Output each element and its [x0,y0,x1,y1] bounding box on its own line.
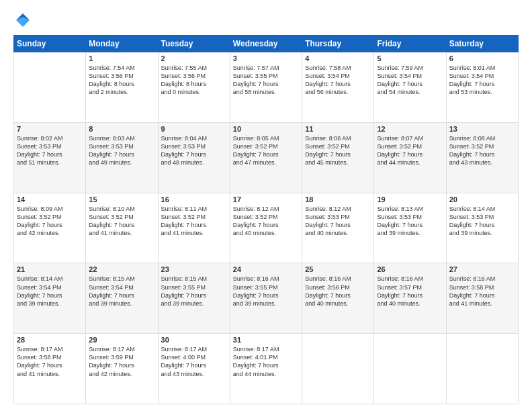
calendar-cell: 7Sunrise: 8:02 AMSunset: 3:53 PMDaylight… [14,122,86,193]
calendar-cell: 11Sunrise: 8:06 AMSunset: 3:52 PMDayligh… [302,122,374,193]
calendar-cell: 1Sunrise: 7:54 AMSunset: 3:56 PMDaylight… [86,52,158,123]
day-number: 27 [449,265,515,273]
calendar-cell: 6Sunrise: 8:01 AMSunset: 3:54 PMDaylight… [446,52,518,123]
day-header-friday: Friday [374,36,446,52]
calendar-cell: 25Sunrise: 8:16 AMSunset: 3:56 PMDayligh… [302,263,374,334]
day-info: Sunrise: 8:07 AMSunset: 3:52 PMDaylight:… [377,134,443,167]
calendar-cell [374,334,446,404]
calendar-cell [446,334,518,404]
day-number: 23 [161,265,227,273]
day-info: Sunrise: 8:13 AMSunset: 3:53 PMDaylight:… [377,205,443,238]
day-number: 20 [449,195,515,203]
calendar-cell: 8Sunrise: 8:03 AMSunset: 3:53 PMDaylight… [86,122,158,193]
day-number: 16 [161,195,227,203]
day-number: 19 [377,195,443,203]
calendar-cell: 10Sunrise: 8:05 AMSunset: 3:52 PMDayligh… [230,122,302,193]
day-number: 22 [89,265,154,273]
calendar-cell [302,334,374,404]
calendar-cell: 26Sunrise: 8:16 AMSunset: 3:57 PMDayligh… [374,263,446,334]
calendar-cell: 28Sunrise: 8:17 AMSunset: 3:58 PMDayligh… [14,334,86,404]
calendar-cell: 16Sunrise: 8:11 AMSunset: 3:52 PMDayligh… [158,193,230,263]
day-info: Sunrise: 8:11 AMSunset: 3:52 PMDaylight:… [161,205,227,238]
day-info: Sunrise: 8:08 AMSunset: 3:52 PMDaylight:… [449,134,515,167]
day-info: Sunrise: 8:09 AMSunset: 3:52 PMDaylight:… [17,205,83,238]
day-info: Sunrise: 8:06 AMSunset: 3:52 PMDaylight:… [305,134,371,167]
day-info: Sunrise: 7:59 AMSunset: 3:54 PMDaylight:… [377,64,443,97]
day-number: 3 [233,54,299,62]
day-info: Sunrise: 8:03 AMSunset: 3:53 PMDaylight:… [89,134,154,167]
calendar-cell: 24Sunrise: 8:16 AMSunset: 3:55 PMDayligh… [230,263,302,334]
calendar-cell: 4Sunrise: 7:58 AMSunset: 3:54 PMDaylight… [302,52,374,123]
day-header-monday: Monday [86,36,158,52]
week-row-5: 28Sunrise: 8:17 AMSunset: 3:58 PMDayligh… [14,334,519,404]
day-info: Sunrise: 8:16 AMSunset: 3:57 PMDaylight:… [377,275,443,308]
week-row-4: 21Sunrise: 8:14 AMSunset: 3:54 PMDayligh… [14,263,519,334]
day-info: Sunrise: 8:17 AMSunset: 3:58 PMDaylight:… [17,345,83,378]
day-header-saturday: Saturday [446,36,518,52]
day-info: Sunrise: 8:14 AMSunset: 3:54 PMDaylight:… [17,275,83,308]
day-number: 14 [17,195,83,203]
day-info: Sunrise: 7:54 AMSunset: 3:56 PMDaylight:… [89,64,154,97]
calendar-cell: 13Sunrise: 8:08 AMSunset: 3:52 PMDayligh… [446,122,518,193]
logo [13,11,35,30]
day-number: 29 [89,336,154,344]
day-number: 31 [233,336,299,344]
page: SundayMondayTuesdayWednesdayThursdayFrid… [0,0,532,411]
day-number: 1 [89,54,154,62]
day-number: 24 [233,265,299,273]
day-info: Sunrise: 8:12 AMSunset: 3:52 PMDaylight:… [233,205,299,238]
day-info: Sunrise: 8:16 AMSunset: 3:55 PMDaylight:… [233,275,299,308]
day-number: 28 [17,336,83,344]
week-row-1: 1Sunrise: 7:54 AMSunset: 3:56 PMDaylight… [14,52,519,123]
day-number: 17 [233,195,299,203]
day-info: Sunrise: 8:17 AMSunset: 3:59 PMDaylight:… [89,345,154,378]
calendar-cell: 21Sunrise: 8:14 AMSunset: 3:54 PMDayligh… [14,263,86,334]
day-number: 21 [17,265,83,273]
header [13,11,519,30]
day-number: 11 [305,125,371,133]
logo-icon [13,11,32,30]
day-info: Sunrise: 8:12 AMSunset: 3:53 PMDaylight:… [305,205,371,238]
day-info: Sunrise: 8:05 AMSunset: 3:52 PMDaylight:… [233,134,299,167]
calendar-cell: 27Sunrise: 8:16 AMSunset: 3:58 PMDayligh… [446,263,518,334]
day-info: Sunrise: 7:58 AMSunset: 3:54 PMDaylight:… [305,64,371,97]
calendar-cell: 5Sunrise: 7:59 AMSunset: 3:54 PMDaylight… [374,52,446,123]
day-info: Sunrise: 8:10 AMSunset: 3:52 PMDaylight:… [89,205,154,238]
day-info: Sunrise: 8:14 AMSunset: 3:53 PMDaylight:… [449,205,515,238]
calendar-cell: 3Sunrise: 7:57 AMSunset: 3:55 PMDaylight… [230,52,302,123]
calendar-cell: 31Sunrise: 8:17 AMSunset: 4:01 PMDayligh… [230,334,302,404]
day-number: 9 [161,125,227,133]
day-number: 6 [449,54,515,62]
calendar-cell: 18Sunrise: 8:12 AMSunset: 3:53 PMDayligh… [302,193,374,263]
day-number: 13 [449,125,515,133]
calendar-cell: 20Sunrise: 8:14 AMSunset: 3:53 PMDayligh… [446,193,518,263]
day-number: 10 [233,125,299,133]
day-info: Sunrise: 8:17 AMSunset: 4:01 PMDaylight:… [233,345,299,378]
calendar-header-row: SundayMondayTuesdayWednesdayThursdayFrid… [14,36,519,52]
calendar-cell: 2Sunrise: 7:55 AMSunset: 3:56 PMDaylight… [158,52,230,123]
day-info: Sunrise: 8:16 AMSunset: 3:58 PMDaylight:… [449,275,515,308]
calendar-cell: 19Sunrise: 8:13 AMSunset: 3:53 PMDayligh… [374,193,446,263]
calendar-cell: 15Sunrise: 8:10 AMSunset: 3:52 PMDayligh… [86,193,158,263]
calendar-cell: 29Sunrise: 8:17 AMSunset: 3:59 PMDayligh… [86,334,158,404]
day-info: Sunrise: 7:57 AMSunset: 3:55 PMDaylight:… [233,64,299,97]
calendar-cell: 9Sunrise: 8:04 AMSunset: 3:53 PMDaylight… [158,122,230,193]
calendar-cell: 30Sunrise: 8:17 AMSunset: 4:00 PMDayligh… [158,334,230,404]
day-info: Sunrise: 8:16 AMSunset: 3:56 PMDaylight:… [305,275,371,308]
day-header-tuesday: Tuesday [158,36,230,52]
week-row-3: 14Sunrise: 8:09 AMSunset: 3:52 PMDayligh… [14,193,519,263]
day-number: 12 [377,125,443,133]
calendar-cell: 22Sunrise: 8:15 AMSunset: 3:54 PMDayligh… [86,263,158,334]
day-number: 2 [161,54,227,62]
day-number: 8 [89,125,154,133]
day-number: 30 [161,336,227,344]
week-row-2: 7Sunrise: 8:02 AMSunset: 3:53 PMDaylight… [14,122,519,193]
calendar-cell: 12Sunrise: 8:07 AMSunset: 3:52 PMDayligh… [374,122,446,193]
day-number: 5 [377,54,443,62]
calendar-cell: 17Sunrise: 8:12 AMSunset: 3:52 PMDayligh… [230,193,302,263]
day-number: 18 [305,195,371,203]
day-number: 7 [17,125,83,133]
day-number: 26 [377,265,443,273]
day-info: Sunrise: 8:15 AMSunset: 3:54 PMDaylight:… [89,275,154,308]
day-info: Sunrise: 7:55 AMSunset: 3:56 PMDaylight:… [161,64,227,97]
